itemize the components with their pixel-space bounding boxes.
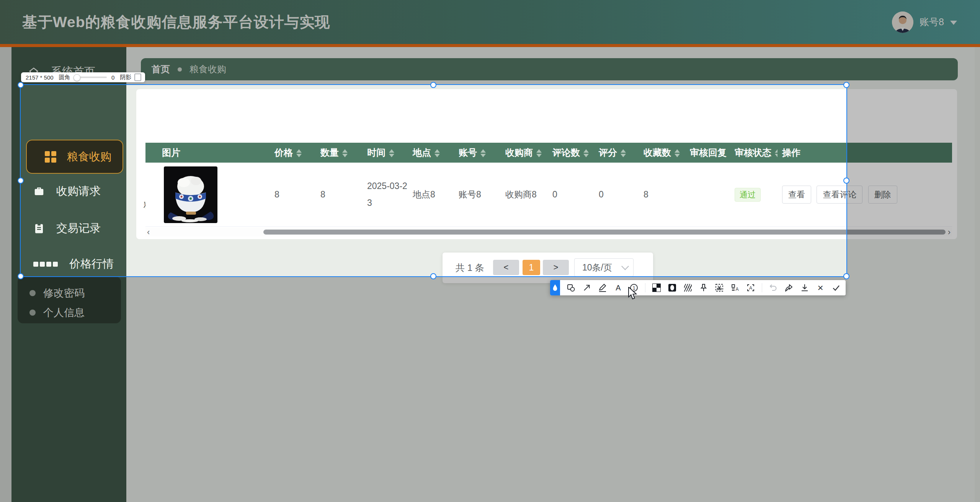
- share-icon[interactable]: [784, 283, 794, 292]
- sort-caret-icon[interactable]: [296, 149, 302, 157]
- sidebar-item-price-market[interactable]: 价格行情: [33, 256, 114, 272]
- user-menu[interactable]: 账号8: [892, 0, 957, 44]
- cell-account: 账号8: [454, 163, 501, 227]
- column-header[interactable]: 收藏数: [639, 143, 685, 163]
- download-icon[interactable]: [800, 283, 809, 292]
- sort-caret-icon[interactable]: [775, 149, 777, 157]
- sidebar-item-purchase-request[interactable]: 收购请求: [33, 184, 101, 199]
- column-header[interactable]: 账号: [454, 143, 501, 163]
- next-page-button[interactable]: >: [543, 260, 569, 275]
- sidebar-item-trade-records[interactable]: 交易记录: [33, 221, 101, 236]
- selection-handle-top-right[interactable]: [843, 82, 849, 88]
- column-header[interactable]: 评分: [594, 143, 639, 163]
- scroll-left-icon[interactable]: ‹: [147, 228, 150, 236]
- column-header[interactable]: 审核回复: [685, 143, 730, 163]
- sort-caret-icon[interactable]: [583, 149, 589, 157]
- shapes-icon[interactable]: [567, 283, 576, 292]
- toolbar-divider: [645, 283, 645, 292]
- view-comments-button[interactable]: 查看评论: [817, 186, 862, 204]
- cell-review-status: 通过: [730, 163, 777, 227]
- header-accent-bar: [0, 44, 980, 47]
- breadcrumb-current: 粮食收购: [189, 63, 226, 75]
- arrow-icon[interactable]: [582, 283, 591, 292]
- column-header[interactable]: 审核状态: [730, 143, 777, 163]
- view-button[interactable]: 查看: [782, 186, 811, 204]
- sort-caret-icon[interactable]: [434, 149, 440, 157]
- sort-caret-icon[interactable]: [480, 149, 486, 157]
- page-number-button[interactable]: 1: [523, 260, 540, 275]
- text-tool-icon[interactable]: A: [614, 283, 623, 292]
- table-horizontal-scrollbar[interactable]: ‹ ›: [145, 228, 952, 236]
- personal-center-submenu: 修改密码 个人信息: [18, 277, 121, 323]
- spotlight-icon[interactable]: [668, 283, 677, 292]
- column-header[interactable]: 收购商: [501, 143, 548, 163]
- svg-text:A: A: [749, 285, 752, 291]
- shadow-checkbox[interactable]: [134, 73, 141, 81]
- mosaic-icon[interactable]: [652, 283, 661, 292]
- chevron-down-icon[interactable]: [950, 21, 957, 25]
- cell-actions: 查看 查看评论 删除: [777, 163, 952, 227]
- page-scrollbar[interactable]: [975, 47, 980, 502]
- sort-caret-icon[interactable]: [389, 149, 394, 157]
- cell-quantity: 8: [316, 163, 363, 227]
- submenu-item-personal-info[interactable]: 个人信息: [29, 306, 85, 319]
- pin-icon[interactable]: [699, 283, 708, 292]
- chevron-down-icon: [621, 262, 629, 270]
- sidebar-item-label: 交易记录: [56, 221, 101, 236]
- avatar[interactable]: [892, 11, 913, 33]
- row-delete-button[interactable]: 删除: [868, 186, 897, 204]
- ocr-extract-icon[interactable]: A: [730, 283, 740, 292]
- snip-toolbar: A 1 A A: [550, 280, 846, 295]
- sidebar-item-label: 收购请求: [56, 184, 101, 199]
- selection-handle-bottom-left[interactable]: [18, 273, 24, 279]
- breadcrumb-home[interactable]: 首页: [152, 63, 170, 75]
- submenu-item-change-password[interactable]: 修改密码: [29, 286, 85, 300]
- sort-caret-icon[interactable]: [675, 149, 680, 157]
- sort-caret-icon[interactable]: [342, 149, 348, 157]
- slider-thumb[interactable]: [74, 74, 80, 81]
- grid-icon: [45, 151, 56, 163]
- selection-handle-right-mid[interactable]: [843, 178, 849, 184]
- selection-handle-top-mid[interactable]: [430, 82, 436, 88]
- column-header[interactable]: 地点: [408, 143, 454, 163]
- selection-handle-bottom-mid[interactable]: [430, 273, 436, 279]
- cancel-icon[interactable]: ×: [816, 283, 825, 292]
- briefcase-icon: [33, 186, 45, 197]
- sort-caret-icon[interactable]: [536, 149, 542, 157]
- blur-icon[interactable]: [683, 283, 693, 292]
- pagination: 共 1 条 < 1 > 10条/页: [443, 253, 653, 283]
- page-gutter: [0, 47, 11, 502]
- sort-caret-icon[interactable]: [621, 149, 626, 157]
- corner-radius-value: 0: [111, 74, 114, 81]
- page-size-value: 10条/页: [582, 262, 612, 274]
- pencil-icon[interactable]: [598, 283, 607, 292]
- clipboard-icon: [33, 223, 45, 234]
- column-header[interactable]: 数量: [316, 143, 363, 163]
- prev-page-button[interactable]: <: [493, 260, 519, 275]
- cell-review-reply: [685, 163, 730, 227]
- confirm-icon[interactable]: [831, 283, 841, 292]
- marker-droplet-icon[interactable]: [550, 280, 560, 295]
- selection-handle-top-left[interactable]: [18, 82, 24, 88]
- grain-purchase-table: 图片 价格 数量 时间 地点 账号 收购商 评论数 评分 收藏数 审核回复 审核…: [145, 143, 952, 227]
- column-header[interactable]: 价格: [270, 143, 316, 163]
- scrollbar-thumb[interactable]: [263, 230, 946, 235]
- scroll-right-icon[interactable]: ›: [948, 228, 951, 236]
- selection-handle-bottom-right[interactable]: [843, 273, 849, 279]
- corner-radius-slider[interactable]: [74, 77, 107, 78]
- ocr-area-icon[interactable]: A: [746, 283, 755, 292]
- table-row: 8 8 2025-03-23 地点8 账号8 收购商8 0 0 8 通过 查看 …: [145, 163, 952, 227]
- rice-bowl-photo[interactable]: [164, 166, 217, 223]
- undo-icon[interactable]: [769, 283, 778, 292]
- column-header[interactable]: 评论数: [548, 143, 594, 163]
- page-size-select[interactable]: 10条/页: [574, 258, 634, 277]
- column-header[interactable]: 时间: [363, 143, 408, 163]
- sidebar-item-grain-purchase[interactable]: 粮食收购: [26, 140, 123, 174]
- sidebar-item-label: 价格行情: [69, 256, 114, 272]
- toolbar-divider: [762, 283, 762, 292]
- bullet-icon: [29, 310, 36, 316]
- corner-radius-label: 圆角: [59, 74, 70, 81]
- selection-handle-left-mid[interactable]: [18, 178, 24, 184]
- username[interactable]: 账号8: [920, 16, 944, 28]
- crop-scissors-icon[interactable]: [715, 283, 724, 292]
